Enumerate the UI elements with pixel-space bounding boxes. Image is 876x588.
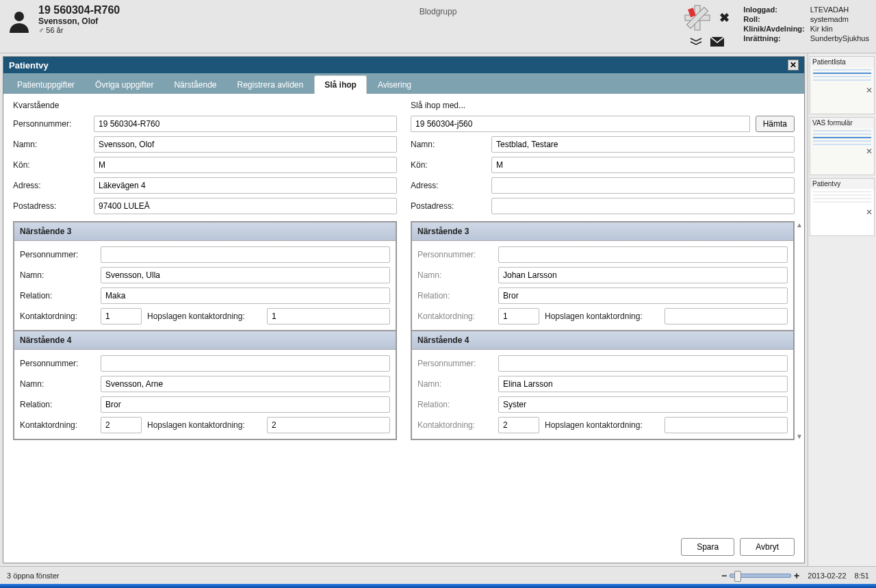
rel-personnummer-input[interactable]: [101, 246, 390, 263]
login-facility-label: Inrättning:: [743, 34, 804, 42]
sidebar-item-close-icon[interactable]: ✕: [866, 86, 873, 95]
chevrons-down-icon[interactable]: [690, 38, 702, 46]
kvarstaende-column: Kvarstående Personnummer: Namn: Kön:: [13, 101, 397, 214]
right-adress-input[interactable]: [491, 177, 795, 194]
svg-point-0: [14, 12, 24, 21]
rel-personnummer-input[interactable]: [498, 246, 788, 263]
rel-kontaktordning-input[interactable]: [101, 308, 142, 324]
tab-patientuppgifter[interactable]: Patientuppgifter: [8, 76, 84, 94]
right-namn-input[interactable]: [491, 136, 795, 153]
scroll-down-icon[interactable]: ▼: [796, 433, 803, 440]
rel-personnummer-input[interactable]: [498, 355, 788, 372]
window-close-button[interactable]: ✕: [788, 60, 799, 71]
kvarstaende-heading: Kvarstående: [13, 101, 397, 110]
rel-relation-input[interactable]: [101, 396, 390, 413]
sidebar-item-label: VAS formulär: [810, 118, 874, 128]
rel-hopslagen-input[interactable]: [267, 417, 390, 433]
rel-hopslagen-label: Hopslagen kontaktordning:: [147, 420, 245, 430]
sidebar-item-label: Patientlista: [810, 57, 874, 67]
rel-personnummer-label: Personnummer:: [417, 250, 493, 259]
left-kon-input[interactable]: [94, 157, 397, 173]
tab-sla-ihop[interactable]: Slå ihop: [314, 75, 367, 94]
rel-personnummer-label: Personnummer:: [20, 359, 95, 368]
rel-namn-input[interactable]: [101, 267, 390, 283]
tab-narstaende[interactable]: Närstående: [164, 76, 226, 94]
rel-kontaktordning-input[interactable]: [498, 308, 539, 324]
relative-header: Närstående 3: [412, 222, 793, 241]
sidebar-item-vas-formular[interactable]: VAS formulär ✕: [810, 117, 875, 175]
cancel-button[interactable]: Avbryt: [740, 538, 795, 556]
relatives-right-column: Närstående 3 Personnummer: Namn: Relatio…: [411, 221, 795, 440]
patient-age: ♂ 56 år: [38, 26, 120, 34]
rel-relation-input[interactable]: [101, 287, 390, 304]
status-date: 2013-02-22: [808, 572, 846, 580]
rel-kontaktordning-label: Kontaktordning:: [20, 420, 95, 430]
right-kon-input[interactable]: [491, 157, 795, 173]
patient-name: Svensson, Olof: [38, 16, 120, 26]
relative-card: Närstående 3 Personnummer: Namn: Relatio…: [412, 222, 793, 330]
rel-namn-label: Namn:: [417, 379, 493, 389]
login-info: Inloggad: LTEVADAH Roll: systemadm Klini…: [743, 4, 869, 42]
left-personnummer-input[interactable]: [94, 116, 397, 132]
login-user: LTEVADAH: [810, 5, 869, 14]
relative-card: Närstående 4 Personnummer: Namn: Relatio…: [412, 330, 793, 439]
login-user-label: Inloggad:: [743, 5, 804, 14]
zoom-slider-thumb[interactable]: [734, 571, 741, 582]
close-icon[interactable]: ✖: [719, 10, 730, 25]
rel-namn-input[interactable]: [101, 376, 390, 392]
sidebar-item-close-icon[interactable]: ✕: [866, 207, 873, 217]
left-namn-input[interactable]: [94, 136, 397, 153]
rel-hopslagen-input[interactable]: [665, 308, 788, 324]
right-postadress-label: Postadress:: [411, 201, 486, 211]
left-adress-input[interactable]: [94, 177, 397, 194]
zoom-slider[interactable]: [730, 574, 791, 578]
sla-ihop-med-heading: Slå ihop med...: [411, 101, 795, 110]
rel-relation-label: Relation:: [417, 291, 493, 301]
rel-kontaktordning-input[interactable]: [498, 417, 539, 433]
medical-star-icon[interactable]: [684, 4, 711, 31]
rel-namn-label: Namn:: [20, 379, 95, 389]
main-area: Patientvy ✕ Patientuppgifter Övriga uppg…: [0, 53, 876, 566]
rel-namn-input[interactable]: [498, 267, 788, 283]
rel-kontaktordning-input[interactable]: [101, 417, 142, 433]
sidebar-item-patientvy[interactable]: Patientvy ✕: [810, 178, 875, 236]
rel-hopslagen-input[interactable]: [665, 417, 788, 433]
scroll-indicator[interactable]: ▲ ▼: [796, 221, 803, 440]
zoom-control[interactable]: − +: [721, 570, 799, 581]
header-med-icons: ✖: [684, 4, 730, 47]
patient-block: 19 560304-R760 Svensson, Olof ♂ 56 år: [7, 4, 120, 34]
left-kon-label: Kön:: [13, 160, 88, 170]
rel-relation-label: Relation:: [20, 400, 95, 409]
save-button[interactable]: Spara: [681, 538, 734, 556]
sidebar-item-patientlista[interactable]: Patientlista ✕: [810, 56, 875, 114]
window-title: Patientvy: [9, 60, 49, 71]
left-postadress-label: Postadress:: [13, 201, 88, 211]
rel-personnummer-label: Personnummer:: [20, 250, 95, 259]
hamta-button[interactable]: Hämta: [756, 116, 795, 132]
rel-hopslagen-input[interactable]: [267, 308, 390, 324]
tab-strip: Patientuppgifter Övriga uppgifter Närstå…: [3, 73, 804, 94]
relative-card: Närstående 3 Personnummer: Namn: Relatio…: [14, 222, 396, 330]
login-role: systemadm: [810, 15, 869, 23]
mail-icon[interactable]: [710, 37, 724, 47]
rel-personnummer-input[interactable]: [101, 355, 390, 372]
rel-hopslagen-label: Hopslagen kontaktordning:: [545, 420, 643, 430]
left-postadress-input[interactable]: [94, 198, 397, 214]
app-header: 19 560304-R760 Svensson, Olof ♂ 56 år Bl…: [0, 0, 876, 53]
tab-registrera-avliden[interactable]: Registrera avliden: [228, 76, 313, 94]
status-bar: 3 öppna fönster − + 2013-02-22 8:51: [0, 566, 876, 584]
zoom-minus-icon[interactable]: −: [721, 570, 727, 581]
sidebar-item-close-icon[interactable]: ✕: [866, 146, 873, 156]
patientvy-window: Patientvy ✕ Patientuppgifter Övriga uppg…: [3, 56, 805, 563]
tab-avisering[interactable]: Avisering: [368, 76, 421, 94]
right-personnummer-input[interactable]: [411, 116, 750, 132]
rel-relation-input[interactable]: [498, 396, 788, 413]
tab-content: Kvarstående Personnummer: Namn: Kön:: [3, 94, 804, 563]
rel-namn-input[interactable]: [498, 376, 788, 392]
rel-relation-input[interactable]: [498, 287, 788, 304]
right-postadress-input[interactable]: [491, 198, 795, 214]
scroll-up-icon[interactable]: ▲: [796, 221, 803, 229]
tab-ovriga-uppgifter[interactable]: Övriga uppgifter: [86, 76, 163, 94]
zoom-plus-icon[interactable]: +: [794, 570, 799, 581]
rel-hopslagen-label: Hopslagen kontaktordning:: [147, 311, 245, 321]
